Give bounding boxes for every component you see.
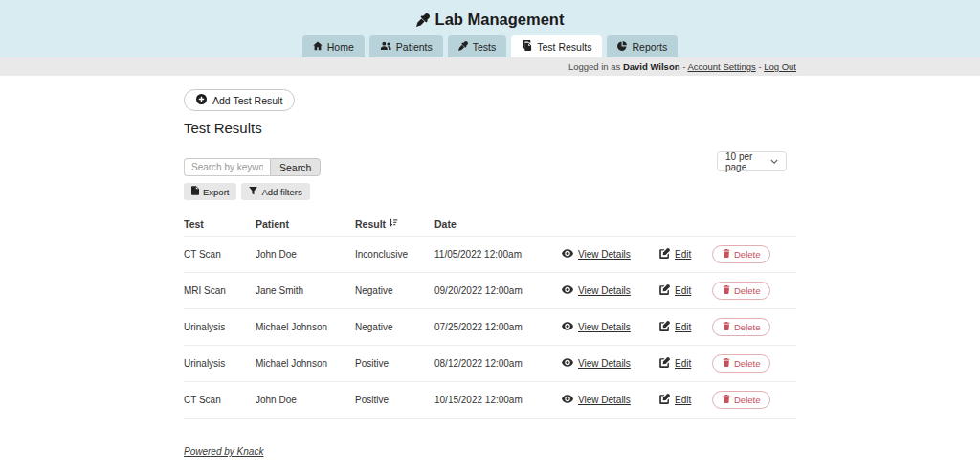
table-body: CT Scan John Doe Inconclusive 11/05/2022… [184,236,796,419]
trash-icon [723,358,730,369]
edit-icon [659,248,670,261]
table-row: CT Scan John Doe Positive 10/15/2022 12:… [184,381,796,419]
add-filters-label: Add filters [261,187,301,197]
column-header-test[interactable]: Test [184,218,256,230]
cell-test: CT Scan [184,395,256,405]
tab-reports[interactable]: Reports [607,35,678,57]
edit-icon [659,357,670,370]
log-out-link[interactable]: Log Out [764,61,796,72]
view-details-link[interactable]: View Details [578,395,631,405]
powered-by-knack-link[interactable]: Powered by Knack [184,446,263,457]
edit-icon [659,394,670,406]
separator: - [682,61,685,72]
plus-circle-icon [196,94,207,106]
tab-label: Patients [396,41,433,53]
edit-icon [659,284,670,297]
cell-result: Negative [355,285,434,296]
separator: - [758,61,761,72]
toolbar-buttons: Export Add filters [184,183,796,200]
delete-button[interactable]: Delete [712,245,770,263]
delete-button[interactable]: Delete [712,391,770,409]
file-icon [191,186,199,197]
cell-patient: Michael Johnson [256,358,355,369]
test-results-table: Test Patient Result Date CT Scan John Do… [184,212,796,419]
cell-patient: John Doe [256,395,355,405]
filter-icon [249,187,257,197]
trash-icon [723,249,730,260]
tab-patients[interactable]: Patients [369,35,443,57]
edit-icon [659,321,670,333]
cell-test: MRI Scan [184,285,256,296]
nav-tabs: Home Patients Tests Test Results Reports [0,35,980,57]
search-group: Search [184,158,321,176]
app-title: Lab Management [435,11,565,28]
column-header-patient[interactable]: Patient [256,218,355,230]
per-page-value: 10 per page [725,151,770,172]
tab-home[interactable]: Home [302,35,365,57]
tab-tests[interactable]: Tests [448,35,507,57]
export-label: Export [203,187,229,197]
chevron-down-icon [770,156,778,167]
eye-icon [562,322,573,332]
edit-link[interactable]: Edit [675,358,691,369]
add-test-result-label: Add Test Result [212,95,282,106]
add-test-result-button[interactable]: Add Test Result [184,89,295,111]
edit-link[interactable]: Edit [675,285,691,296]
eye-icon [562,249,573,260]
main-content: Add Test Result Test Results Search Expo… [184,76,796,457]
tab-label: Test Results [537,41,591,53]
edit-link[interactable]: Edit [675,395,691,405]
cell-test: Urinalysis [184,358,256,369]
cell-date: 08/12/2022 12:00am [434,358,562,369]
toolbar: Search Export Add filters 10 per page [184,157,796,200]
tab-label: Home [327,41,354,53]
cell-result: Inconclusive [355,249,434,260]
tab-label: Tests [473,41,497,53]
pie-chart-icon [617,41,627,53]
footer: Powered by Knack [184,446,796,457]
trash-icon [723,285,730,296]
cell-result: Negative [355,322,434,332]
cell-result: Positive [355,358,434,369]
users-icon [380,41,391,53]
edit-link[interactable]: Edit [675,249,691,260]
table-row: Urinalysis Michael Johnson Positive 08/1… [184,345,796,381]
user-name: David Wilson [623,61,680,72]
logged-in-prefix: Logged in as [568,61,620,72]
eye-icon [562,358,573,369]
cell-date: 07/25/2022 12:00am [434,322,562,332]
search-input[interactable] [184,158,270,176]
cell-patient: Michael Johnson [256,322,355,332]
eyedropper-icon [458,41,468,53]
tab-label: Reports [632,41,667,53]
delete-button[interactable]: Delete [712,282,770,300]
user-bar: Logged in as David Wilson - Account Sett… [0,57,980,76]
tab-test-results[interactable]: Test Results [511,35,602,57]
column-header-result[interactable]: Result [355,218,434,230]
view-details-link[interactable]: View Details [578,285,631,296]
export-button[interactable]: Export [184,183,236,200]
cell-patient: Jane Smith [256,285,355,296]
trash-icon [723,395,730,405]
trash-icon [723,322,730,332]
column-header-date[interactable]: Date [434,218,562,230]
view-details-link[interactable]: View Details [578,322,631,332]
add-filters-button[interactable]: Add filters [241,183,309,200]
home-icon [313,41,323,53]
page-title: Test Results [184,120,796,136]
view-details-link[interactable]: View Details [578,249,631,260]
table-row: CT Scan John Doe Inconclusive 11/05/2022… [184,236,796,272]
search-button[interactable]: Search [270,158,321,176]
delete-button[interactable]: Delete [712,318,770,336]
cell-date: 10/15/2022 12:00am [434,395,562,405]
account-settings-link[interactable]: Account Settings [687,61,755,72]
clipboard-icon [522,40,532,53]
delete-button[interactable]: Delete [712,354,770,373]
edit-link[interactable]: Edit [675,322,691,332]
cell-date: 09/20/2022 12:00am [434,285,562,296]
view-details-link[interactable]: View Details [578,358,631,369]
per-page-select[interactable]: 10 per page [717,151,787,171]
eye-icon [562,395,573,405]
table-header-row: Test Patient Result Date [184,212,796,236]
table-row: Urinalysis Michael Johnson Negative 07/2… [184,308,796,345]
